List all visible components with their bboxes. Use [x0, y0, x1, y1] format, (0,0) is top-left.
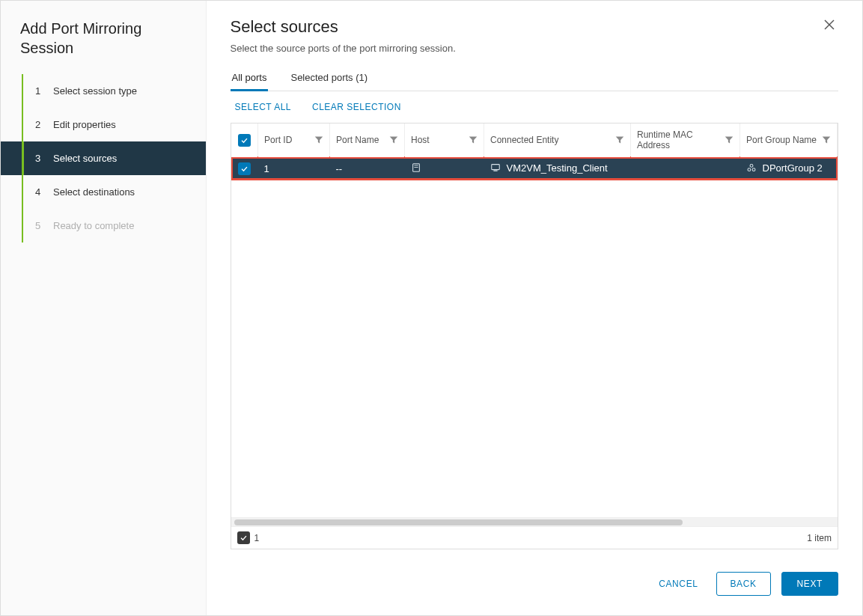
step-ready-to-complete: 5 Ready to complete	[1, 209, 206, 243]
svg-rect-10	[414, 167, 418, 168]
step-label: Select session type	[53, 85, 137, 97]
step-label: Edit properties	[53, 119, 116, 130]
filter-icon[interactable]	[822, 135, 831, 144]
next-button[interactable]: NEXT	[781, 572, 838, 596]
select-all-checkbox[interactable]	[238, 134, 251, 147]
filter-icon[interactable]	[389, 135, 398, 144]
cell-runtime-mac	[631, 157, 740, 180]
filter-icon[interactable]	[615, 135, 624, 144]
step-select-sources[interactable]: 3 Select sources	[1, 141, 206, 175]
clear-selection-button[interactable]: CLEAR SELECTION	[312, 102, 401, 112]
tab-selected-ports[interactable]: Selected ports (1)	[289, 67, 369, 91]
column-runtime-mac: Runtime MAC Address	[637, 129, 722, 151]
back-button[interactable]: BACK	[716, 572, 771, 596]
cell-host	[405, 157, 484, 180]
svg-marker-3	[390, 137, 398, 144]
column-port-name: Port Name	[336, 135, 379, 145]
svg-point-14	[748, 168, 751, 171]
vm-icon	[490, 162, 501, 173]
svg-rect-12	[493, 171, 497, 171]
cell-port-name: --	[330, 157, 405, 180]
step-number: 4	[35, 186, 46, 198]
cell-port-group: DPortGroup 2	[740, 157, 838, 180]
page-subtitle: Select the source ports of the port mirr…	[231, 43, 839, 54]
step-number: 2	[35, 119, 46, 130]
step-select-destinations[interactable]: 4 Select destinations	[1, 175, 206, 209]
column-port-id: Port ID	[264, 135, 292, 145]
step-number: 5	[35, 220, 46, 231]
cell-port-id: 1	[258, 157, 330, 180]
cancel-button[interactable]: CANCEL	[651, 573, 705, 595]
selected-indicator-icon	[237, 531, 250, 544]
horizontal-scrollbar[interactable]	[231, 517, 838, 526]
step-label: Select sources	[53, 153, 117, 164]
step-label: Select destinations	[53, 186, 135, 198]
close-icon[interactable]	[820, 17, 838, 34]
step-select-session-type[interactable]: 1 Select session type	[1, 74, 206, 108]
port-group-icon	[746, 162, 757, 173]
step-number: 1	[35, 85, 46, 97]
select-all-button[interactable]: SELECT ALL	[235, 102, 292, 112]
item-count: 1 item	[807, 533, 832, 543]
filter-icon[interactable]	[314, 135, 323, 144]
wizard-title: Add Port Mirroring Session	[1, 13, 206, 74]
svg-marker-2	[315, 137, 323, 144]
svg-point-15	[752, 168, 755, 171]
step-label: Ready to complete	[53, 220, 134, 231]
svg-rect-9	[414, 165, 418, 166]
tab-all-ports[interactable]: All ports	[231, 67, 269, 91]
host-icon	[411, 162, 421, 173]
svg-marker-7	[823, 137, 831, 144]
svg-marker-4	[469, 137, 478, 144]
cell-connected-entity: VM2VM_Testing_Client	[484, 157, 631, 180]
svg-marker-6	[725, 137, 734, 144]
table-row[interactable]: 1 -- VM2VM_Test	[231, 157, 838, 180]
column-connected-entity: Connected Entity	[490, 135, 558, 145]
column-port-group: Port Group Name	[746, 135, 817, 145]
svg-rect-11	[491, 165, 499, 170]
filter-icon[interactable]	[725, 135, 734, 144]
selected-count: 1	[254, 533, 260, 543]
filter-icon[interactable]	[469, 135, 478, 144]
svg-marker-5	[616, 137, 624, 144]
step-edit-properties[interactable]: 2 Edit properties	[1, 108, 206, 141]
svg-point-13	[750, 165, 753, 168]
page-title: Select sources	[231, 17, 338, 37]
step-number: 3	[35, 153, 46, 164]
column-host: Host	[411, 135, 430, 145]
row-checkbox[interactable]	[238, 162, 251, 175]
